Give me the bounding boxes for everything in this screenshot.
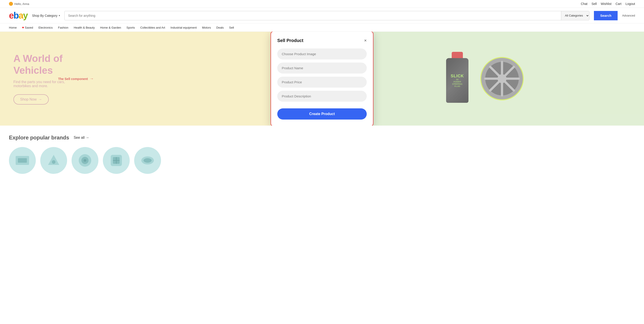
nav-motors[interactable]: Motors bbox=[202, 26, 211, 29]
product-description-field bbox=[277, 91, 367, 102]
hero-section: A World of Vehicles Find the parts you n… bbox=[0, 32, 644, 126]
nav-sports[interactable]: Sports bbox=[126, 26, 135, 29]
brand-icon-4 bbox=[108, 153, 124, 168]
nav-deals[interactable]: Deals bbox=[216, 26, 224, 29]
nav-industrial[interactable]: Industrial equipment bbox=[170, 26, 196, 29]
product-description-input[interactable] bbox=[277, 91, 367, 102]
greeting-text: Hello, Anna bbox=[14, 2, 29, 5]
chevron-down-icon: ▾ bbox=[59, 14, 60, 17]
search-input[interactable] bbox=[64, 14, 561, 17]
brand-icon-3 bbox=[77, 153, 93, 168]
header: ebay Shop By Category ▾ All Categories S… bbox=[0, 8, 644, 23]
logo-a: a bbox=[18, 10, 23, 20]
nav-health-beauty[interactable]: Health & Beauty bbox=[74, 26, 95, 29]
nav-home[interactable]: Home bbox=[9, 26, 17, 29]
chat-link[interactable]: Chat bbox=[581, 2, 588, 5]
logo: ebay bbox=[9, 10, 28, 20]
modal-title: Sell Product bbox=[277, 38, 304, 43]
see-all-link[interactable]: See all → bbox=[74, 136, 89, 140]
svg-rect-13 bbox=[18, 158, 27, 163]
modal-header: Sell Product × bbox=[277, 38, 367, 43]
nav-fashion[interactable]: Fashion bbox=[58, 26, 68, 29]
search-button[interactable]: Search bbox=[594, 11, 618, 20]
sell-link[interactable]: Sell bbox=[592, 2, 596, 5]
brands-section: Explore popular brands See all → bbox=[0, 126, 644, 178]
user-icon bbox=[9, 2, 13, 6]
brand-item-5[interactable] bbox=[134, 147, 161, 174]
modal-close-button[interactable]: × bbox=[364, 38, 367, 43]
advanced-link[interactable]: Advanced bbox=[622, 14, 635, 17]
create-product-button[interactable]: Create Product bbox=[277, 108, 367, 120]
logo-y: y bbox=[23, 10, 28, 20]
top-bar-left: Hello, Anna bbox=[9, 2, 29, 6]
product-name-field bbox=[277, 62, 367, 73]
shop-by-category[interactable]: Shop By Category ▾ bbox=[32, 14, 60, 17]
logo-b: b bbox=[14, 10, 18, 20]
search-bar: All Categories bbox=[64, 11, 590, 20]
brands-title: Explore popular brands bbox=[9, 134, 69, 141]
top-bar: Hello, Anna Chat Sell Wishlist Cart Logo… bbox=[0, 0, 644, 8]
nav-home-garden[interactable]: Home & Garden bbox=[100, 26, 121, 29]
shop-by-category-label: Shop By Category bbox=[32, 14, 58, 17]
svg-point-18 bbox=[84, 159, 86, 162]
brand-item-1[interactable] bbox=[9, 147, 36, 174]
category-select[interactable]: All Categories bbox=[561, 11, 589, 20]
wishlist-link[interactable]: Wishlist bbox=[600, 2, 611, 5]
nav-electronics[interactable]: Electronics bbox=[38, 26, 53, 29]
nav-saved[interactable]: ♥ Saved bbox=[22, 26, 33, 29]
brand-icon-2 bbox=[46, 153, 62, 168]
product-price-field bbox=[277, 77, 367, 88]
brand-icon-5 bbox=[140, 153, 156, 168]
brand-item-3[interactable] bbox=[72, 147, 98, 174]
logout-link[interactable]: Logout bbox=[626, 2, 635, 5]
main-nav: Home ♥ Saved Electronics Fashion Health … bbox=[0, 23, 644, 32]
brand-icon-1 bbox=[14, 153, 30, 168]
cart-link[interactable]: Cart bbox=[616, 2, 622, 5]
sell-product-modal: Sell Product × Create Product bbox=[270, 32, 374, 126]
product-image-field bbox=[277, 48, 367, 59]
brands-header: Explore popular brands See all → bbox=[9, 134, 635, 141]
brand-item-2[interactable] bbox=[40, 147, 67, 174]
product-name-input[interactable] bbox=[277, 62, 367, 73]
brand-item-4[interactable] bbox=[103, 147, 130, 174]
product-price-input[interactable] bbox=[277, 77, 367, 88]
product-image-input[interactable] bbox=[277, 48, 367, 59]
logo-e: e bbox=[9, 10, 14, 20]
nav-collectibles[interactable]: Collectibles and Art bbox=[140, 26, 165, 29]
nav-sell[interactable]: Sell bbox=[229, 26, 234, 29]
svg-point-24 bbox=[144, 158, 152, 163]
top-bar-right: Chat Sell Wishlist Cart Logout bbox=[581, 2, 635, 5]
heart-icon: ♥ bbox=[22, 26, 24, 29]
brands-grid bbox=[9, 147, 635, 174]
modal-overlay: Sell Product × Create Product bbox=[0, 32, 644, 126]
svg-point-15 bbox=[52, 160, 56, 164]
